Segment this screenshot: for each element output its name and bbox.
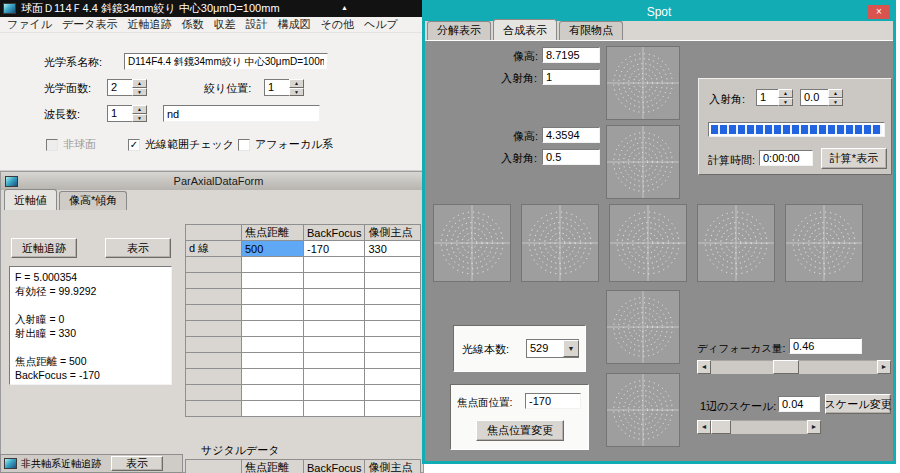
spin-up-icon[interactable]: ▲: [289, 79, 304, 88]
paraxial-titlebar[interactable]: ParAxialDataForm: [1, 172, 423, 190]
surface-count-value[interactable]: 2: [107, 79, 132, 96]
calc-time-input[interactable]: [759, 150, 813, 166]
table-cell[interactable]: [304, 321, 365, 337]
table-cell[interactable]: [304, 273, 365, 289]
triangle-up-icon[interactable]: ▲: [341, 4, 348, 11]
checkbox-box[interactable]: [46, 139, 58, 151]
table-cell[interactable]: [304, 385, 365, 401]
tab-decomposed-view[interactable]: 分解表示: [427, 21, 491, 40]
tab-paraxial-values[interactable]: 近軸値: [4, 189, 57, 210]
table-cell[interactable]: [242, 273, 304, 289]
checkbox-aspheric[interactable]: 非球面: [46, 137, 96, 152]
defocus-scrollbar[interactable]: ◄ ►: [697, 360, 891, 374]
angle-frac-spinner[interactable]: 0.0 ▲▼: [800, 89, 843, 106]
table-cell[interactable]: [242, 289, 304, 305]
checkbox-afocal[interactable]: アフォーカル系: [238, 137, 333, 152]
focal-position-change-button[interactable]: 焦点位置変更: [476, 420, 564, 441]
angle-int-spinner[interactable]: 1 ▲▼: [756, 89, 793, 106]
incident-angle-input-1[interactable]: [542, 69, 600, 85]
scale-change-button[interactable]: スケール変更: [825, 394, 891, 414]
surface-count-spinner[interactable]: 2 ▲▼: [107, 79, 147, 96]
table-cell[interactable]: [365, 385, 421, 401]
table-cell[interactable]: [242, 321, 304, 337]
spin-down-icon[interactable]: ▼: [289, 88, 304, 97]
table-cell[interactable]: 500: [242, 241, 304, 257]
table-cell[interactable]: [365, 257, 421, 273]
defocus-input[interactable]: [789, 338, 862, 354]
table-cell[interactable]: [304, 401, 365, 417]
checkbox-ray-range-check[interactable]: ✓光線範囲チェック: [128, 137, 234, 152]
spin-up-icon[interactable]: ▲: [132, 79, 147, 88]
paraxial-trace-button[interactable]: 近軸追跡: [11, 238, 77, 258]
table-cell[interactable]: [242, 257, 304, 273]
spin-down-icon[interactable]: ▼: [828, 98, 843, 107]
table-cell[interactable]: [365, 305, 421, 321]
table-cell[interactable]: [304, 305, 365, 321]
table-cell[interactable]: [242, 305, 304, 321]
spin-down-icon[interactable]: ▼: [132, 88, 147, 97]
scrollbar-track[interactable]: [711, 360, 877, 374]
table-cell[interactable]: [365, 401, 421, 417]
table-cell[interactable]: [242, 401, 304, 417]
checkbox-box[interactable]: ✓: [128, 139, 140, 151]
ray-count-dropdown[interactable]: 529 ▼: [526, 339, 579, 358]
table-cell[interactable]: [242, 385, 304, 401]
noncoaxial-show-button[interactable]: 表示: [111, 456, 163, 471]
menu-aberration[interactable]: 収差: [209, 17, 241, 32]
table-cell[interactable]: [365, 353, 421, 369]
incident-angle-input-2[interactable]: [542, 149, 600, 165]
image-height-input-2[interactable]: [542, 127, 600, 143]
table-cell[interactable]: [304, 337, 365, 353]
scroll-left-icon[interactable]: ◄: [697, 360, 711, 374]
table-cell[interactable]: [304, 289, 365, 305]
scrollbar-track[interactable]: [711, 420, 807, 434]
tab-composite-view[interactable]: 合成表示: [493, 19, 557, 40]
angle-int-value[interactable]: 1: [756, 89, 778, 106]
wavelength-count-value[interactable]: 1: [107, 105, 132, 122]
spin-up-icon[interactable]: ▲: [132, 105, 147, 114]
table-cell[interactable]: [242, 369, 304, 385]
scale-input[interactable]: [778, 396, 820, 412]
menu-design[interactable]: 設計: [241, 17, 273, 32]
menu-layout[interactable]: 構成図: [273, 17, 316, 32]
spin-up-icon[interactable]: ▲: [828, 89, 843, 98]
main-window-titlebar[interactable]: 球面Ｄ114Ｆ4.4 斜鏡34mm絞り 中心30μmD=100mm ▲: [0, 0, 429, 17]
image-height-input-1[interactable]: [542, 47, 600, 63]
stop-position-spinner[interactable]: 1 ▲▼: [264, 79, 304, 96]
checkbox-box[interactable]: [238, 139, 250, 151]
spin-down-icon[interactable]: ▼: [778, 98, 793, 107]
table-cell[interactable]: [365, 369, 421, 385]
table-cell[interactable]: [365, 273, 421, 289]
table-cell[interactable]: -170: [304, 241, 365, 257]
table-cell[interactable]: 330: [365, 241, 421, 257]
menu-file[interactable]: ファイル: [2, 17, 57, 32]
scroll-right-icon[interactable]: ►: [877, 360, 891, 374]
menu-coefficients[interactable]: 係数: [177, 17, 209, 32]
wavelength-name-input[interactable]: [163, 105, 320, 122]
menu-help[interactable]: ヘルプ: [359, 17, 403, 32]
scale-scrollbar[interactable]: ◄ ►: [697, 420, 821, 434]
table-cell[interactable]: [304, 257, 365, 273]
table-cell[interactable]: [304, 369, 365, 385]
table-cell[interactable]: [365, 337, 421, 353]
angle-frac-value[interactable]: 0.0: [800, 89, 828, 106]
table-cell[interactable]: [365, 289, 421, 305]
table-cell[interactable]: [242, 353, 304, 369]
scrollbar-thumb[interactable]: [773, 360, 799, 374]
focal-plane-input[interactable]: [525, 393, 581, 409]
calc-show-button[interactable]: 計算*表示: [821, 148, 887, 169]
table-cell[interactable]: [242, 337, 304, 353]
dropdown-arrow-icon[interactable]: ▼: [563, 340, 579, 357]
menu-data-view[interactable]: データ表示: [57, 17, 123, 32]
spin-down-icon[interactable]: ▼: [132, 114, 147, 123]
scroll-right-icon[interactable]: ►: [807, 420, 821, 434]
table-cell[interactable]: [304, 353, 365, 369]
tab-image-height-tilt[interactable]: 像高*傾角: [59, 191, 127, 210]
table-cell[interactable]: [365, 321, 421, 337]
stop-position-value[interactable]: 1: [264, 79, 289, 96]
show-button[interactable]: 表示: [105, 238, 171, 258]
wavelength-count-spinner[interactable]: 1 ▲▼: [107, 105, 147, 122]
menu-paraxial-trace[interactable]: 近軸追跡: [123, 17, 177, 32]
scroll-left-icon[interactable]: ◄: [697, 420, 711, 434]
spin-up-icon[interactable]: ▲: [778, 89, 793, 98]
